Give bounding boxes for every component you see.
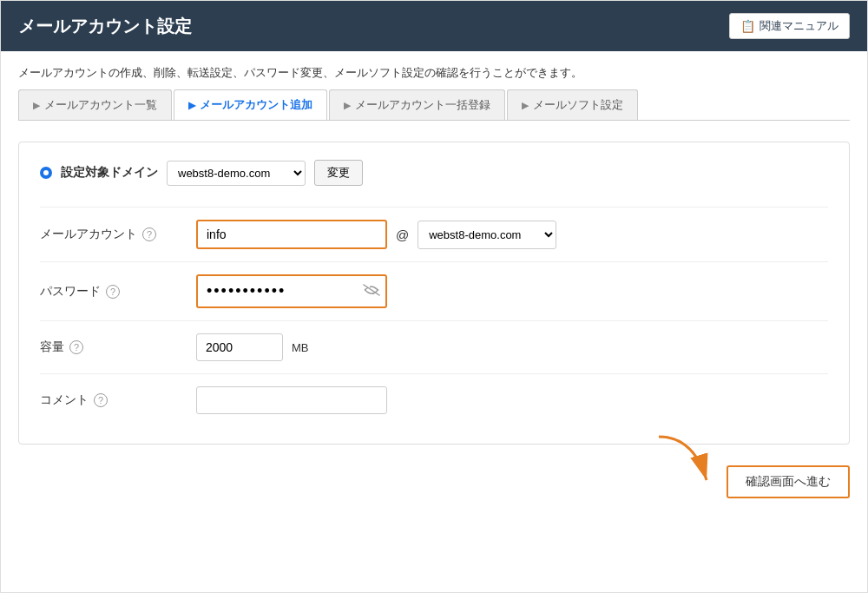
domain-label: 設定対象ドメイン [61,165,158,181]
domain-select[interactable]: webst8-demo.com [167,161,306,186]
tab-bulk-label: メールアカウント一括登録 [355,97,490,113]
tab-mail-account-list[interactable]: ▶ メールアカウント一覧 [18,89,172,120]
password-help-icon[interactable]: ? [106,285,120,299]
tab-mail-account-bulk[interactable]: ▶ メールアカウント一括登録 [329,89,505,120]
tab-mail-account-add[interactable]: ▶ メールアカウント追加 [174,89,327,120]
account-help-icon[interactable]: ? [142,227,156,241]
action-area: 確認画面へ進む [1,465,867,519]
form-section: 設定対象ドメイン webst8-demo.com 変更 メールアカウント ? @… [18,142,850,445]
password-label: パスワード ? [40,284,196,300]
account-controls: @ webst8-demo.com [196,220,828,249]
password-wrapper [196,274,387,308]
capacity-controls: MB [196,333,828,361]
password-input[interactable] [196,274,387,308]
at-sign: @ [396,227,409,242]
tab-arrow-icon-bulk: ▶ [344,100,351,111]
tab-list-label: メールアカウント一覧 [44,97,157,113]
account-input[interactable] [196,220,387,249]
comment-help-icon[interactable]: ? [94,393,108,407]
eye-slash-icon[interactable] [363,284,380,300]
capacity-row: 容量 ? MB [40,320,828,373]
capacity-input[interactable] [196,333,283,361]
tab-arrow-icon-soft: ▶ [522,100,529,111]
radio-dot-icon [40,167,52,179]
manual-button[interactable]: 📋 関連マニュアル [729,13,850,39]
password-controls [196,274,828,308]
book-icon: 📋 [740,19,755,33]
capacity-label: 容量 ? [40,339,196,355]
comment-input[interactable] [196,386,387,414]
page-wrapper: メールアカウント設定 📋 関連マニュアル メールアカウントの作成、削除、転送設定… [0,0,868,593]
page-description: メールアカウントの作成、削除、転送設定、パスワード変更、メールソフト設定の確認を… [1,51,867,89]
manual-button-label: 関連マニュアル [760,18,838,34]
comment-row: コメント ? [40,373,828,426]
comment-label: コメント ? [40,392,196,408]
tab-add-label: メールアカウント追加 [200,97,312,113]
tab-bar: ▶ メールアカウント一覧 ▶ メールアカウント追加 ▶ メールアカウント一括登録… [18,89,850,121]
account-domain-select[interactable]: webst8-demo.com [418,221,556,249]
tab-arrow-icon: ▶ [33,100,40,111]
mail-account-row: メールアカウント ? @ webst8-demo.com [40,207,828,261]
mail-account-label: メールアカウント ? [40,227,196,242]
password-row: パスワード ? [40,261,828,320]
page-header: メールアカウント設定 📋 関連マニュアル [1,1,867,51]
arrow-indicator [650,432,720,493]
tab-arrow-icon-active: ▶ [188,100,195,111]
tab-mail-soft[interactable]: ▶ メールソフト設定 [507,89,638,120]
mb-label: MB [292,341,309,354]
page-title: メールアカウント設定 [18,15,192,38]
tab-soft-label: メールソフト設定 [533,97,623,113]
comment-controls [196,386,828,414]
domain-row: 設定対象ドメイン webst8-demo.com 変更 [40,160,828,186]
form-area: 設定対象ドメイン webst8-demo.com 変更 メールアカウント ? @… [1,121,867,465]
capacity-help-icon[interactable]: ? [69,340,83,354]
confirm-button[interactable]: 確認画面へ進む [727,465,850,498]
change-button[interactable]: 変更 [314,160,363,186]
